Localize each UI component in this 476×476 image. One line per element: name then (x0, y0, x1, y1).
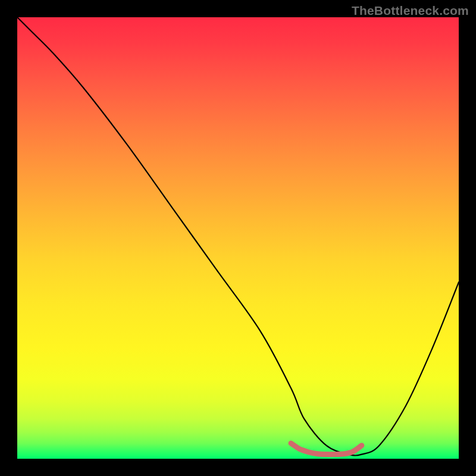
watermark-text: TheBottleneck.com (352, 4, 469, 18)
curve-canvas (17, 17, 459, 459)
plot-area (17, 17, 459, 459)
chart-frame: TheBottleneck.com (0, 0, 476, 476)
bottleneck-curve (17, 17, 459, 455)
